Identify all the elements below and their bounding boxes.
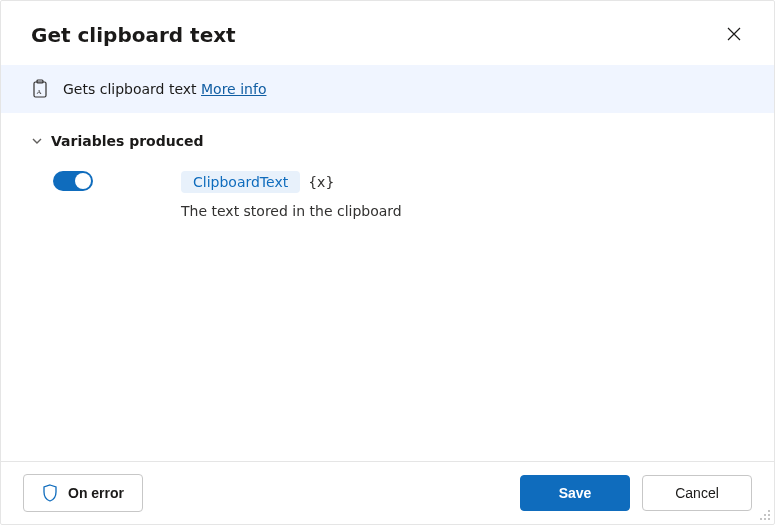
svg-text:A: A <box>37 88 42 96</box>
svg-point-5 <box>768 514 770 516</box>
on-error-button[interactable]: On error <box>23 474 143 512</box>
svg-point-6 <box>760 518 762 520</box>
dialog-footer: On error Save Cancel <box>1 461 774 524</box>
variable-description: The text stored in the clipboard <box>181 203 744 219</box>
banner-text: Gets clipboard text <box>63 81 197 97</box>
on-error-label: On error <box>68 485 124 501</box>
svg-point-3 <box>768 510 770 512</box>
variables-section-toggle[interactable]: Variables produced <box>31 133 744 149</box>
info-banner-text: Gets clipboard text More info <box>63 81 266 97</box>
shield-icon <box>42 485 58 501</box>
save-button[interactable]: Save <box>520 475 630 511</box>
chevron-down-icon <box>31 135 43 147</box>
dialog-body: Variables produced ClipboardText {x} The… <box>1 113 774 461</box>
variable-enable-toggle[interactable] <box>53 171 93 191</box>
section-title: Variables produced <box>51 133 204 149</box>
svg-point-4 <box>764 514 766 516</box>
variable-name-chip[interactable]: ClipboardText <box>181 171 300 193</box>
toggle-knob <box>75 173 91 189</box>
close-button[interactable] <box>718 19 750 51</box>
clipboard-icon: A <box>31 79 49 99</box>
dialog-title: Get clipboard text <box>31 23 236 47</box>
svg-point-7 <box>764 518 766 520</box>
more-info-link[interactable]: More info <box>201 81 266 97</box>
info-banner: A Gets clipboard text More info <box>1 65 774 113</box>
variable-braces-icon: {x} <box>308 174 334 190</box>
close-icon <box>727 27 741 44</box>
svg-point-8 <box>768 518 770 520</box>
dialog-header: Get clipboard text <box>1 1 774 65</box>
dialog: Get clipboard text A Gets clipboard text… <box>0 0 775 525</box>
variable-row: ClipboardText {x} The text stored in the… <box>31 171 744 219</box>
cancel-button[interactable]: Cancel <box>642 475 752 511</box>
resize-grip-icon[interactable] <box>758 508 772 522</box>
